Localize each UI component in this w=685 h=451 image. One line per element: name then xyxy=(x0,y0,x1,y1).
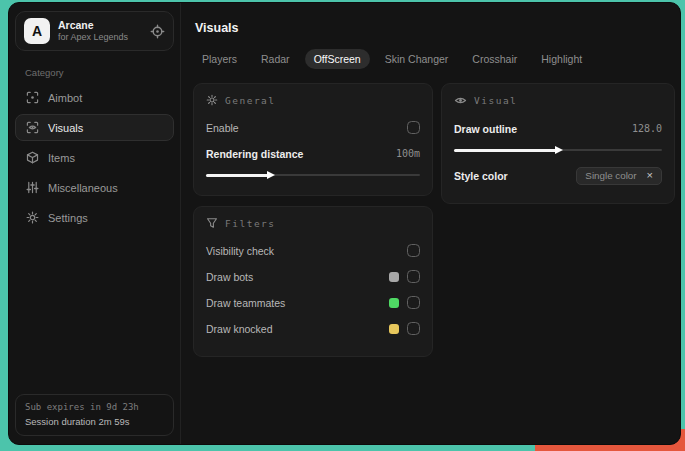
sidebar-item-label: Settings xyxy=(48,212,88,224)
crosshair-icon xyxy=(26,91,39,104)
checkbox[interactable] xyxy=(407,244,420,257)
tab-crosshair[interactable]: Crosshair xyxy=(463,49,526,69)
sidebar-item-aimbot[interactable]: Aimbot xyxy=(15,84,174,111)
color-swatch[interactable] xyxy=(389,324,399,334)
tab-offscreen[interactable]: OffScreen xyxy=(305,49,370,69)
sidebar-nav: AimbotVisualsItemsMiscellaneousSettings xyxy=(15,84,174,234)
visual-card-title: Visual xyxy=(474,95,517,106)
checkbox[interactable] xyxy=(407,270,420,283)
sidebar: A Arcane for Apex Legends Category Aimbo… xyxy=(9,3,181,444)
filter-row: Visibility check xyxy=(206,240,420,261)
tab-radar[interactable]: Radar xyxy=(252,49,299,69)
filter-label: Draw bots xyxy=(206,271,253,283)
cards-area: General Enable Rendering distance 100m xyxy=(193,83,675,357)
visual-card: Visual Draw outline 128.0 Style color Si… xyxy=(441,83,675,204)
sidebar-item-items[interactable]: Items xyxy=(15,144,174,171)
draw-outline-row: Draw outline 128.0 xyxy=(454,118,662,139)
color-swatch[interactable] xyxy=(389,298,399,308)
sidebar-item-miscellaneous[interactable]: Miscellaneous xyxy=(15,174,174,201)
tab-players[interactable]: Players xyxy=(193,49,246,69)
sidebar-item-label: Miscellaneous xyxy=(48,182,118,194)
color-swatch[interactable] xyxy=(389,272,399,282)
rendering-distance-row: Rendering distance 100m xyxy=(206,143,420,164)
general-card-title: General xyxy=(225,95,276,106)
tab-bar: PlayersRadarOffScreenSkin ChangerCrossha… xyxy=(193,49,675,69)
style-color-row: Style color Single color × xyxy=(454,165,662,186)
filter-row: Draw bots xyxy=(206,266,420,287)
app-meta: Arcane for Apex Legends xyxy=(58,19,142,43)
close-icon[interactable]: × xyxy=(647,170,653,181)
tab-highlight[interactable]: Highlight xyxy=(532,49,591,69)
sidebar-item-settings[interactable]: Settings xyxy=(15,204,174,231)
session-duration-text: Session duration 2m 59s xyxy=(25,415,164,429)
enable-label: Enable xyxy=(206,122,239,134)
slider-thumb[interactable] xyxy=(267,171,275,179)
main-panel: Visuals PlayersRadarOffScreenSkin Change… xyxy=(181,3,681,444)
checkbox[interactable] xyxy=(407,296,420,309)
filter-label: Draw teammates xyxy=(206,297,285,309)
filter-label: Visibility check xyxy=(206,245,274,257)
sidebar-item-label: Items xyxy=(48,152,75,164)
eye-icon xyxy=(454,94,467,107)
rendering-distance-value: 100m xyxy=(396,148,420,159)
sidebar-item-label: Visuals xyxy=(48,122,83,134)
filter-row: Draw teammates xyxy=(206,292,420,313)
rendering-distance-slider[interactable] xyxy=(206,169,420,181)
app-subtitle: for Apex Legends xyxy=(58,32,142,43)
draw-outline-label: Draw outline xyxy=(454,123,517,135)
app-header-card: A Arcane for Apex Legends xyxy=(15,11,174,51)
sliders-icon xyxy=(26,181,39,194)
visual-card-header: Visual xyxy=(454,94,662,107)
app-window: A Arcane for Apex Legends Category Aimbo… xyxy=(8,2,681,445)
cube-icon xyxy=(26,151,39,164)
sidebar-item-label: Aimbot xyxy=(48,92,82,104)
draw-outline-value: 128.0 xyxy=(632,123,662,134)
style-color-select[interactable]: Single color × xyxy=(576,167,662,185)
filter-label: Draw knocked xyxy=(206,323,273,335)
style-color-label: Style color xyxy=(454,170,508,182)
target-icon[interactable] xyxy=(150,24,165,39)
rendering-distance-label: Rendering distance xyxy=(206,148,303,160)
enable-checkbox[interactable] xyxy=(407,121,420,134)
category-label: Category xyxy=(25,67,174,78)
filters-card-header: Filters xyxy=(206,217,420,229)
checkbox[interactable] xyxy=(407,322,420,335)
eye-scan-icon xyxy=(26,121,39,134)
draw-outline-slider[interactable] xyxy=(454,144,662,156)
sidebar-item-visuals[interactable]: Visuals xyxy=(15,114,174,141)
style-color-value: Single color xyxy=(585,170,636,181)
filters-rows: Visibility checkDraw botsDraw teammatesD… xyxy=(206,240,420,339)
enable-row: Enable xyxy=(206,117,420,138)
page-title: Visuals xyxy=(195,21,675,35)
app-name: Arcane xyxy=(58,19,142,32)
subscription-card: Sub expires in 9d 23h Session duration 2… xyxy=(15,394,174,436)
sun-icon xyxy=(206,94,218,106)
filters-card: Filters Visibility checkDraw botsDraw te… xyxy=(193,206,433,357)
slider-thumb[interactable] xyxy=(555,146,563,154)
app-logo: A xyxy=(24,18,50,44)
filter-row: Draw knocked xyxy=(206,318,420,339)
gear-icon xyxy=(26,211,39,224)
general-card-header: General xyxy=(206,94,420,106)
funnel-icon xyxy=(206,217,218,229)
filters-card-title: Filters xyxy=(225,218,276,229)
general-card: General Enable Rendering distance 100m xyxy=(193,83,433,196)
sub-expires-text: Sub expires in 9d 23h xyxy=(25,401,164,415)
tab-skin-changer[interactable]: Skin Changer xyxy=(376,49,458,69)
